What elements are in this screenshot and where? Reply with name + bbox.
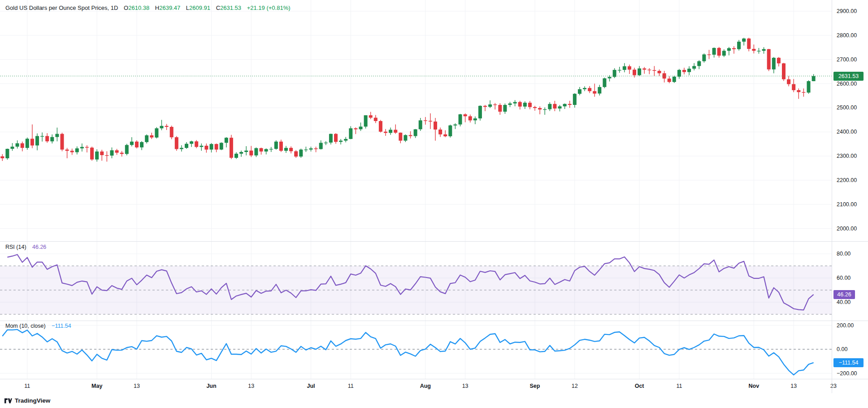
- axis-label: 2500.00: [837, 104, 867, 111]
- pane-divider[interactable]: [0, 321, 868, 321]
- time-axis-label: 13: [134, 379, 140, 393]
- close-value: 2631.53: [220, 4, 241, 11]
- axis-label: 2800.00: [837, 32, 867, 39]
- rsi-legend: RSI (14) 46.26: [5, 244, 46, 250]
- candlestick-series: [0, 38, 815, 161]
- low-label: L: [186, 4, 189, 11]
- open-label: O: [124, 4, 128, 11]
- time-axis-label: 13: [462, 379, 469, 393]
- rsi-value: 46.26: [32, 244, 46, 250]
- time-axis-label: Oct: [635, 379, 644, 393]
- time-axis-label: May: [91, 379, 102, 393]
- time-axis-label: Nov: [749, 379, 760, 393]
- time-axis-label: Jun: [206, 379, 216, 393]
- price-axis-divider: [832, 0, 832, 393]
- momentum-value-badge: −111.54: [833, 358, 864, 367]
- chart-root: Gold US Dollars per Ounce Spot Prices, 1…: [0, 0, 868, 408]
- axis-label: 200.00: [837, 322, 867, 329]
- time-axis-label: Jul: [307, 379, 315, 393]
- high-label: H: [155, 4, 159, 11]
- momentum-legend: Mom (10, close) −111.54: [5, 323, 71, 329]
- low-value: 2609.91: [189, 4, 210, 11]
- momentum-value: −111.54: [52, 323, 71, 329]
- axis-label: −200.00: [837, 370, 867, 377]
- axis-label: 2000.00: [837, 225, 867, 232]
- momentum-label: Mom (10, close): [5, 323, 46, 329]
- close-label: C: [216, 4, 220, 11]
- tradingview-brand-text[interactable]: TradingView: [15, 397, 50, 404]
- footer-bar: TradingView: [0, 393, 868, 408]
- time-axis-label: 11: [676, 379, 682, 393]
- axis-label: 2400.00: [837, 128, 867, 135]
- rsi-value-badge: 46.26: [833, 290, 855, 299]
- gridlines: [0, 0, 832, 379]
- axis-label: 40.00: [837, 299, 867, 306]
- pane-divider[interactable]: [0, 241, 868, 242]
- axis-label: 2600.00: [837, 80, 867, 87]
- rsi-band: [0, 266, 832, 314]
- time-axis-label: 11: [24, 379, 30, 393]
- axis-label: 2100.00: [837, 201, 867, 208]
- axis-label: 2900.00: [837, 8, 867, 15]
- axis-label: 0.00: [837, 346, 867, 353]
- time-axis-label: 11: [348, 379, 354, 393]
- rsi-label: RSI (14): [5, 244, 26, 250]
- axis-label: 2300.00: [837, 152, 867, 160]
- last-price-badge: 2631.53: [833, 72, 864, 81]
- time-axis-label: Sep: [530, 379, 540, 393]
- time-axis-label: 13: [790, 379, 797, 393]
- time-axis-label: Aug: [420, 379, 431, 393]
- pane-divider: [0, 379, 868, 379]
- axis-label: 80.00: [837, 250, 867, 257]
- momentum-line: [2, 330, 813, 375]
- axis-label: 2200.00: [837, 177, 867, 184]
- tradingview-logo-icon[interactable]: [4, 398, 12, 404]
- axis-label: 60.00: [837, 274, 867, 282]
- open-value: 2610.38: [128, 4, 149, 11]
- time-axis-label: 13: [248, 379, 254, 393]
- chart-canvas[interactable]: [0, 0, 868, 393]
- axis-label: 2700.00: [837, 56, 867, 63]
- time-axis-label: 12: [572, 379, 578, 393]
- high-value: 2639.47: [159, 4, 180, 11]
- change-value: +21.19 (+0.81%): [247, 4, 291, 11]
- symbol-legend: Gold US Dollars per Ounce Spot Prices, 1…: [5, 4, 291, 11]
- symbol-title: Gold US Dollars per Ounce Spot Prices, 1…: [5, 4, 118, 11]
